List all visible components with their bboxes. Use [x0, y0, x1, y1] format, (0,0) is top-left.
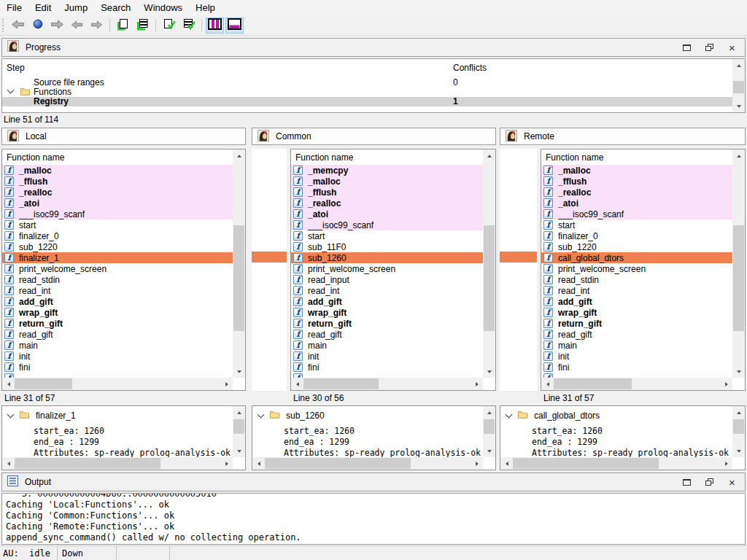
function-row[interactable]: freturn_gift	[291, 318, 483, 329]
function-row[interactable]: fstart	[291, 230, 483, 241]
scrollbar-thumb[interactable]	[733, 81, 744, 93]
function-row[interactable]: fstart	[2, 219, 233, 230]
pane-title-common[interactable]: Common	[252, 128, 496, 145]
function-row[interactable]: f___isoc99_scanf	[541, 209, 732, 219]
scroll-down-button[interactable]	[483, 445, 495, 457]
function-row[interactable]: fsub_1220	[541, 241, 732, 252]
scroll-down-button[interactable]	[732, 365, 745, 378]
output-title-bar[interactable]: Output ×	[1, 472, 746, 491]
menu-file[interactable]: File	[0, 0, 28, 16]
function-row[interactable]: fread_int	[291, 285, 483, 296]
function-row[interactable]: f___isoc99_scanf	[291, 219, 483, 230]
function-row[interactable]: f_atoi	[541, 198, 732, 209]
scrollbar-thumb[interactable]	[233, 419, 244, 434]
output-maximize-button[interactable]	[682, 478, 692, 487]
function-row-selected[interactable]: ffinalizer_1	[2, 252, 233, 263]
function-row[interactable]: f	[291, 373, 483, 378]
scroll-up-button[interactable]	[732, 59, 745, 71]
output-float-button[interactable]	[705, 478, 714, 487]
scroll-up-button[interactable]	[483, 406, 495, 419]
scroll-left-button[interactable]	[2, 457, 15, 470]
detail-root-node[interactable]: sub_1260	[258, 411, 325, 421]
nav-back-button[interactable]	[9, 18, 27, 34]
function-row[interactable]: fmain	[291, 340, 483, 351]
function-row[interactable]: fprint_welcome_screen	[541, 263, 732, 274]
scroll-left-button[interactable]	[541, 378, 554, 390]
close-button[interactable]: ×	[727, 43, 737, 52]
function-row[interactable]: fprint_welcome_screen	[291, 263, 483, 274]
vertical-scrollbar[interactable]	[483, 406, 495, 457]
function-row[interactable]: f	[541, 373, 732, 378]
scroll-left-button[interactable]	[252, 457, 265, 470]
function-row[interactable]: finit	[541, 351, 732, 362]
function-row[interactable]: fmain	[2, 340, 233, 351]
open-function-list-button[interactable]	[133, 18, 152, 34]
function-row[interactable]: fadd_gift	[541, 296, 732, 307]
vertical-scrollbar[interactable]	[483, 149, 495, 378]
scrollbar-thumb[interactable]	[233, 225, 244, 331]
function-row[interactable]: freturn_gift	[541, 318, 732, 329]
scrollbar-thumb[interactable]	[265, 458, 411, 469]
horizontal-scrollbar[interactable]	[541, 378, 732, 390]
scrollbar-thumb[interactable]	[554, 378, 632, 389]
function-row[interactable]: fread_gift	[541, 329, 732, 340]
function-row[interactable]: finit	[2, 351, 233, 362]
scroll-right-button[interactable]	[471, 457, 483, 470]
menu-edit[interactable]: Edit	[28, 0, 58, 16]
column-header-function-name[interactable]: Function name	[541, 149, 732, 165]
pane-title-remote[interactable]: Remote	[500, 128, 746, 145]
horizontal-scrollbar[interactable]	[2, 457, 233, 470]
vertical-scrollbar[interactable]	[732, 59, 745, 112]
float-button[interactable]	[705, 43, 714, 52]
column-header-function-name[interactable]: Function name	[291, 149, 483, 165]
function-row[interactable]: f_realloc	[541, 187, 732, 198]
progress-row-functions[interactable]: Functions	[2, 88, 732, 97]
vertical-scrollbar[interactable]	[732, 406, 745, 457]
function-row[interactable]: fmain	[541, 340, 732, 351]
function-row[interactable]: f_realloc	[2, 187, 233, 198]
open-source-list-button[interactable]	[114, 18, 132, 34]
function-row[interactable]: fread_int	[2, 285, 233, 296]
vertical-scrollbar[interactable]	[233, 149, 245, 378]
progress-title-bar[interactable]: Progress ×	[1, 38, 746, 57]
scroll-down-button[interactable]	[483, 365, 495, 378]
scrollbar-thumb[interactable]	[303, 378, 379, 389]
scrollbar-thumb[interactable]	[733, 225, 744, 331]
view-output-button[interactable]	[225, 18, 244, 34]
scroll-right-button[interactable]	[720, 457, 732, 470]
function-row[interactable]: freturn_gift	[2, 318, 233, 329]
function-row[interactable]: fread_stdin	[2, 274, 233, 285]
nav-current-button[interactable]	[28, 18, 47, 34]
scroll-right-button[interactable]	[220, 457, 233, 470]
function-row[interactable]: fwrap_gift	[2, 307, 233, 318]
menu-help[interactable]: Help	[189, 0, 222, 16]
function-row[interactable]: fread_gift	[2, 329, 233, 340]
function-row[interactable]: fwrap_gift	[541, 307, 732, 318]
jump-next-button[interactable]	[88, 18, 106, 34]
column-header-step[interactable]: Step	[7, 63, 25, 73]
function-row[interactable]: ffinalizer_0	[541, 230, 732, 241]
function-row[interactable]: fadd_gift	[2, 296, 233, 307]
detail-root-node[interactable]: call_global_dtors	[506, 411, 600, 421]
chevron-down-icon[interactable]	[506, 411, 513, 419]
chevron-down-icon[interactable]	[7, 87, 15, 94]
function-row[interactable]: f_fflush	[541, 176, 732, 187]
function-row[interactable]: fwrap_gift	[291, 307, 483, 318]
function-row[interactable]: fread_stdin	[541, 274, 732, 285]
scrollbar-thumb[interactable]	[15, 458, 160, 469]
maximize-button[interactable]	[682, 43, 692, 52]
scroll-up-button[interactable]	[483, 149, 495, 162]
function-row[interactable]: f_atoi	[2, 198, 233, 209]
vertical-scrollbar[interactable]	[233, 406, 245, 457]
validate-functions-button[interactable]	[179, 18, 198, 34]
nav-forward-button[interactable]	[48, 18, 66, 34]
jump-prev-button[interactable]	[68, 18, 86, 34]
progress-row-registry[interactable]: Registry1	[2, 97, 732, 106]
function-row[interactable]: f_malloc	[541, 165, 732, 176]
menu-windows[interactable]: Windows	[137, 0, 189, 16]
scroll-left-button[interactable]	[291, 378, 303, 390]
function-row[interactable]: f_atoi	[291, 209, 483, 219]
function-row[interactable]: fread_int	[541, 285, 732, 296]
scrollbar-thumb[interactable]	[15, 378, 72, 389]
horizontal-scrollbar[interactable]	[2, 378, 233, 390]
